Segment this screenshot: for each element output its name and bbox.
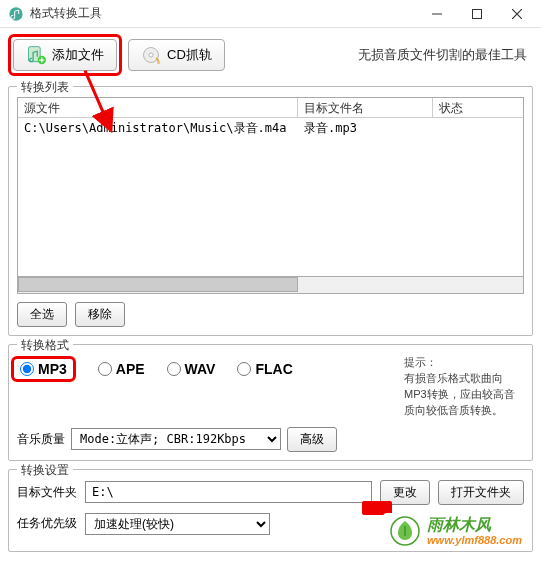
dest-input[interactable] bbox=[85, 481, 372, 503]
col-status[interactable]: 状态 bbox=[433, 98, 523, 117]
highlight-add-file: 添加文件 bbox=[8, 34, 122, 76]
add-file-button[interactable]: 添加文件 bbox=[13, 39, 117, 71]
cd-icon bbox=[141, 45, 161, 65]
col-target[interactable]: 目标文件名 bbox=[298, 98, 433, 117]
cell-target: 录音.mp3 bbox=[298, 118, 433, 136]
quality-label: 音乐质量 bbox=[17, 431, 65, 448]
watermark: 雨林木风 www.ylmf888.com bbox=[383, 513, 528, 549]
select-all-button[interactable]: 全选 bbox=[17, 302, 67, 327]
watermark-logo-icon bbox=[389, 515, 421, 547]
radio-wav[interactable]: WAV bbox=[167, 361, 216, 377]
cd-grab-label: CD抓轨 bbox=[167, 46, 212, 64]
cell-source: C:\Users\Administrator\Music\录音.m4a bbox=[18, 118, 298, 136]
svg-point-5 bbox=[149, 53, 153, 57]
priority-label: 任务优先级 bbox=[17, 515, 77, 532]
cd-grab-button[interactable]: CD抓轨 bbox=[128, 39, 225, 71]
tagline: 无损音质文件切割的最佳工具 bbox=[358, 46, 533, 64]
close-button[interactable] bbox=[497, 1, 537, 27]
add-file-label: 添加文件 bbox=[52, 46, 104, 64]
watermark-brand: 雨林木风 bbox=[427, 516, 522, 534]
watermark-url: www.ylmf888.com bbox=[427, 534, 522, 546]
radio-mp3[interactable]: MP3 bbox=[20, 361, 67, 377]
svg-rect-1 bbox=[473, 9, 482, 18]
maximize-button[interactable] bbox=[457, 1, 497, 27]
quality-select[interactable]: Mode:立体声; CBR:192Kbps bbox=[71, 428, 281, 450]
app-icon bbox=[8, 6, 24, 22]
svg-point-6 bbox=[157, 61, 160, 64]
horizontal-scrollbar[interactable] bbox=[17, 277, 524, 294]
remove-button[interactable]: 移除 bbox=[75, 302, 125, 327]
highlight-mp3: MP3 bbox=[11, 356, 76, 382]
window-title: 格式转换工具 bbox=[30, 5, 417, 22]
format-title: 转换格式 bbox=[17, 337, 73, 354]
settings-title: 转换设置 bbox=[17, 462, 73, 479]
hint-body: 有损音乐格式歌曲向MP3转换，应由较高音质向较低音质转换。 bbox=[404, 371, 524, 419]
priority-select[interactable]: 加速处理(较快) bbox=[85, 513, 270, 535]
cell-status bbox=[433, 118, 523, 136]
radio-ape[interactable]: APE bbox=[98, 361, 145, 377]
minimize-button[interactable] bbox=[417, 1, 457, 27]
advanced-button[interactable]: 高级 bbox=[287, 427, 337, 452]
dest-label: 目标文件夹 bbox=[17, 484, 77, 501]
radio-flac[interactable]: FLAC bbox=[237, 361, 292, 377]
open-folder-button[interactable]: 打开文件夹 bbox=[438, 480, 524, 505]
add-file-icon bbox=[26, 45, 46, 65]
hint-title: 提示： bbox=[404, 355, 524, 371]
